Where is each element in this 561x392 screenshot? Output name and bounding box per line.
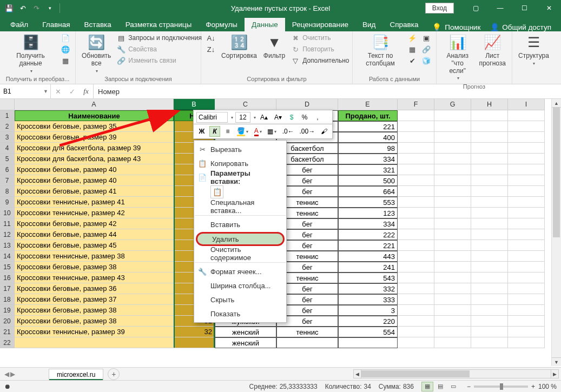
decrease-font-icon[interactable]: A▾ — [272, 112, 284, 123]
cell-A1[interactable]: Наименование — [15, 110, 174, 121]
from-text-button[interactable]: 📄 — [60, 33, 71, 43]
scroll-down-icon[interactable]: ▼ — [552, 357, 561, 366]
row-header-22[interactable]: 22 — [0, 337, 15, 348]
fx-icon[interactable]: fx — [79, 87, 93, 96]
cell-E2[interactable]: 221 — [338, 121, 398, 132]
cell-F12[interactable] — [398, 229, 434, 240]
cell-G22[interactable] — [434, 337, 471, 348]
ctx-format-cells[interactable]: 🔧Формат ячеек... — [194, 264, 286, 278]
cell-F18[interactable] — [398, 294, 434, 305]
column-header-I[interactable]: I — [508, 99, 545, 110]
cell-H5[interactable] — [471, 154, 508, 164]
cell-I12[interactable] — [508, 229, 545, 240]
zoom-slider[interactable] — [474, 386, 528, 388]
chevron-down-icon[interactable]: ▾ — [254, 115, 256, 120]
ribbon-options-icon[interactable]: ▢ — [464, 0, 488, 16]
cell-E6[interactable]: 321 — [338, 164, 398, 175]
cell-H7[interactable] — [471, 175, 508, 186]
cell-D21[interactable]: теннис — [276, 327, 338, 337]
save-icon[interactable]: 💾 — [3, 2, 15, 14]
cell-G2[interactable] — [434, 121, 471, 132]
cell-H3[interactable] — [471, 132, 508, 143]
cell-E3[interactable]: 400 — [338, 132, 398, 143]
cell-E22[interactable] — [338, 337, 398, 348]
get-data-button[interactable]: 🗄️Получить данные▾ — [4, 33, 57, 75]
cell-G4[interactable] — [434, 143, 471, 154]
reapply-button[interactable]: ↻Повторить — [290, 44, 350, 54]
cell-F16[interactable] — [398, 273, 434, 283]
cell-G17[interactable] — [434, 283, 471, 294]
row-header-10[interactable]: 10 — [0, 208, 15, 218]
cell-I8[interactable] — [508, 186, 545, 197]
normal-view-icon[interactable]: ▦ — [421, 382, 433, 391]
cell-H12[interactable] — [471, 229, 508, 240]
row-header-17[interactable]: 17 — [0, 283, 15, 294]
cell-I15[interactable] — [508, 262, 545, 273]
ctx-insert[interactable]: Вставить — [194, 217, 286, 231]
cell-A7[interactable]: Кроссовки беговые, размер 40 — [15, 175, 174, 186]
cell-A20[interactable]: Кроссовки беговые, размер 38 — [15, 316, 174, 327]
cell-E18[interactable]: 333 — [338, 294, 398, 305]
cell-G11[interactable] — [434, 218, 471, 229]
cell-F20[interactable] — [398, 316, 434, 327]
cell-A10[interactable]: Кроссовки теннисные, размер 42 — [15, 208, 174, 218]
increase-font-icon[interactable]: A▴ — [258, 112, 270, 123]
sheet-tab[interactable]: microexcel.ru — [49, 369, 103, 380]
cell-G5[interactable] — [434, 154, 471, 164]
cell-A3[interactable]: Кроссовки беговые, размер 39 — [15, 132, 174, 143]
row-header-20[interactable]: 20 — [0, 316, 15, 327]
cell-E5[interactable]: 334 — [338, 154, 398, 164]
cell-G18[interactable] — [434, 294, 471, 305]
cell-F21[interactable] — [398, 327, 434, 337]
name-box[interactable]: B1▼ — [0, 84, 51, 98]
cell-E15[interactable]: 241 — [338, 262, 398, 273]
ctx-copy[interactable]: 📋Копировать — [194, 156, 286, 170]
cell-H6[interactable] — [471, 164, 508, 175]
zoom-in-icon[interactable]: + — [531, 383, 535, 390]
column-header-F[interactable]: F — [398, 99, 434, 110]
column-header-A[interactable]: A — [15, 99, 174, 110]
sort-az-button[interactable]: A↓ — [206, 33, 216, 43]
row-header-6[interactable]: 6 — [0, 164, 15, 175]
cell-F4[interactable] — [398, 143, 434, 154]
cell-H21[interactable] — [471, 327, 508, 337]
edit-links-button[interactable]: 🔗Изменить связи — [116, 56, 203, 65]
format-painter-icon[interactable]: 🖌 — [319, 126, 329, 137]
cell-G13[interactable] — [434, 240, 471, 251]
column-header-E[interactable]: E — [338, 99, 398, 110]
cell-H10[interactable] — [471, 208, 508, 218]
paste-default-icon[interactable]: 📋 — [210, 185, 223, 198]
cell-A9[interactable]: Кроссовки теннисные, размер 41 — [15, 197, 174, 208]
cell-H15[interactable] — [471, 262, 508, 273]
cell-A12[interactable]: Кроссовки беговые, размер 44 — [15, 229, 174, 240]
from-web-button[interactable]: 🌐 — [60, 44, 71, 54]
cell-E12[interactable]: 222 — [338, 229, 398, 240]
cell-A15[interactable]: Кроссовки беговые, размер 38 — [15, 262, 174, 273]
cell-H22[interactable] — [471, 337, 508, 348]
cell-C21[interactable]: женский — [215, 327, 276, 337]
ctx-column-width[interactable]: Ширина столбца... — [194, 278, 286, 293]
tab-nav-prev-icon[interactable]: ◀ — [4, 370, 9, 378]
cell-E13[interactable]: 221 — [338, 240, 398, 251]
cell-C22[interactable]: женский — [215, 337, 276, 348]
ctx-delete[interactable]: Удалить — [196, 232, 285, 246]
column-header-B[interactable]: B — [174, 99, 215, 110]
cell-G15[interactable] — [434, 262, 471, 273]
cell-F6[interactable] — [398, 164, 434, 175]
ctx-hide[interactable]: Скрыть — [194, 293, 286, 307]
cell-H20[interactable] — [471, 316, 508, 327]
close-icon[interactable]: ✕ — [537, 0, 561, 16]
cell-I5[interactable] — [508, 154, 545, 164]
cell-G8[interactable] — [434, 186, 471, 197]
cell-E7[interactable]: 500 — [338, 175, 398, 186]
fill-color-icon[interactable]: 🪣▾ — [235, 126, 250, 137]
bold-icon[interactable]: Ж — [196, 126, 207, 137]
scroll-thumb[interactable] — [553, 108, 560, 237]
forecast-sheet-button[interactable]: 📈Лист прогноза — [477, 33, 507, 69]
cell-G10[interactable] — [434, 208, 471, 218]
cell-E14[interactable]: 443 — [338, 251, 398, 262]
remove-dup-button[interactable]: ▦ — [407, 44, 418, 54]
chevron-down-icon[interactable]: ▾ — [231, 115, 233, 120]
cell-H9[interactable] — [471, 197, 508, 208]
record-macro-icon[interactable]: ⏺ — [4, 383, 11, 390]
